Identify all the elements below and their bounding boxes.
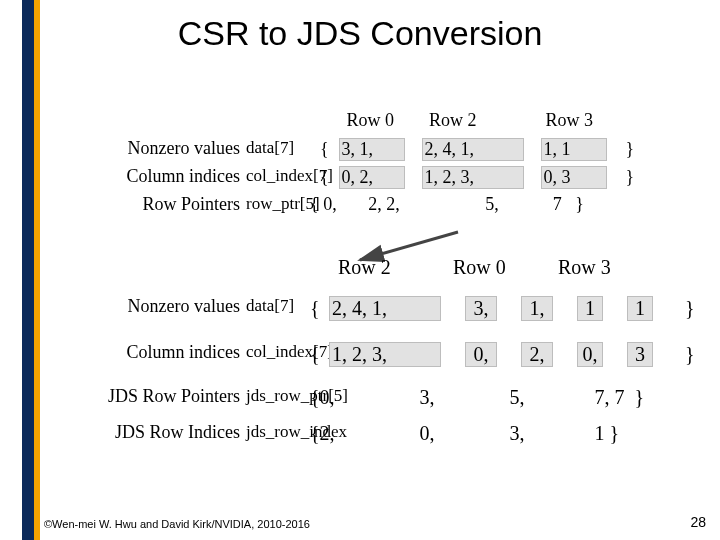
jds-data-r0b: 1, [521, 296, 553, 321]
csr-data-row: { 3, 1, 2, 4, 1, 1, 1 } [320, 138, 708, 161]
csr-header-row0: Row 0 [347, 110, 425, 131]
jds-col-r0a: 0, [465, 342, 497, 367]
jds-header-row: Row 2 Row 0 Row 3 [338, 256, 611, 279]
stripe-navy [22, 0, 34, 540]
csr-colindex-row: { 0, 2, 1, 2, 3, 0, 3 } [320, 166, 708, 189]
jds-data-r3b: 1 [627, 296, 653, 321]
jds-data-r3a: 1 [577, 296, 603, 321]
jds-header-row2: Row 2 [338, 256, 448, 279]
jds-col-row2: 1, 2, 3, [329, 342, 441, 367]
jds-header-row3: Row 3 [558, 256, 611, 279]
jds-col-r3a: 0, [577, 342, 603, 367]
copyright-footer: ©Wen-mei W. Hwu and David Kirk/NVIDIA, 2… [44, 518, 310, 530]
csr-header-row2: Row 2 [429, 110, 541, 131]
jds-col-r0b: 2, [521, 342, 553, 367]
csr-data-row3: 1, 1 [541, 138, 607, 161]
csr-col-row0: 0, 2, [339, 166, 405, 189]
csr-data-row2: 2, 4, 1, [422, 138, 524, 161]
csr-rowptr-row: { 0, 2, 2, 5, 7 } [310, 194, 708, 215]
jds-data-r0a: 3, [465, 296, 497, 321]
csr-col-row2: 1, 2, 3, [422, 166, 524, 189]
jds-col-r3b: 3 [627, 342, 653, 367]
csr-header-row3: Row 3 [546, 110, 594, 131]
label-nonzero-values: Nonzero values [50, 138, 240, 159]
jds-header-row0: Row 0 [453, 256, 553, 279]
csr-data-row0: 3, 1, [339, 138, 405, 161]
label-row-pointers: Row Pointers [50, 194, 240, 215]
csr-col-row3: 0, 3 [541, 166, 607, 189]
label-column-indices: Column indices [50, 166, 240, 187]
jds-data-row2: 2, 4, 1, [329, 296, 441, 321]
csr-header-row: Row 0 Row 2 Row 3 [320, 110, 708, 131]
slide-title: CSR to JDS Conversion [0, 14, 720, 53]
stripe-gold [34, 0, 40, 540]
slide-number: 28 [690, 514, 706, 530]
